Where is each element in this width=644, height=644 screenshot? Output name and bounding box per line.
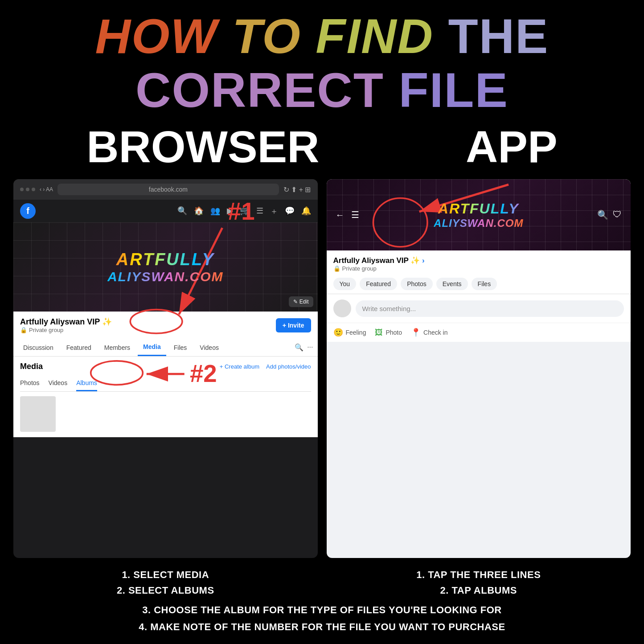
fb-edit-button[interactable]: ✎ Edit bbox=[289, 296, 313, 307]
app-subtitle: APP bbox=[466, 121, 558, 172]
fb-group-name: Artfully Aliyswan VIP ✨ bbox=[20, 317, 112, 327]
browser-subtitle: BROWSER bbox=[86, 121, 319, 172]
invite-button[interactable]: + Invite bbox=[276, 318, 311, 332]
subtitles-row: BROWSER APP bbox=[13, 121, 631, 172]
app-action-row: 🙂 Feeling 🖼 Photo 📍 Check in bbox=[327, 323, 631, 342]
browser-url[interactable]: facebook.com bbox=[57, 184, 279, 195]
page: HOW TO FIND THE CORRECT FILE BROWSER APP bbox=[0, 0, 644, 644]
fb-media-subtabs: Photos Videos Albums bbox=[20, 376, 311, 392]
app-tab-you[interactable]: You bbox=[333, 278, 357, 290]
app-instruction-1: 1. TAP THE THREE LINES bbox=[327, 567, 631, 582]
fb-media-header: Media + Create album Add photos/video bbox=[20, 362, 311, 371]
shared-instructions: 3. CHOOSE THE ALBUM FOR THE TYPE OF FILE… bbox=[13, 602, 631, 635]
plus-icon[interactable]: ＋ bbox=[270, 206, 278, 217]
fb-subtab-albums[interactable]: Albums bbox=[76, 376, 97, 391]
feeling-action[interactable]: 🙂 Feeling bbox=[333, 328, 366, 337]
app-tab-photos[interactable]: Photos bbox=[401, 278, 433, 290]
search-icon[interactable]: 🔍 bbox=[177, 206, 187, 217]
app-write-row: Write something... bbox=[327, 294, 631, 323]
title-to: TO bbox=[232, 8, 301, 63]
app-instructions: 1. TAP THE THREE LINES 2. TAP ALBUMS bbox=[327, 567, 631, 598]
feeling-icon: 🙂 bbox=[333, 328, 343, 337]
fb-tab-media[interactable]: Media bbox=[138, 339, 166, 356]
app-group-private: 🔒 Private group bbox=[333, 265, 624, 272]
facebook-icon: f bbox=[20, 203, 36, 219]
shield-app-icon[interactable]: 🛡 bbox=[613, 209, 622, 220]
app-header-image: ← ☰ ARTFULLY ALIYSWAN.COM 🔍 🛡 bbox=[327, 179, 631, 250]
search-tab-icon[interactable]: 🔍 bbox=[295, 343, 304, 352]
app-avatar bbox=[333, 299, 351, 317]
messenger-icon[interactable]: 💬 bbox=[285, 206, 295, 217]
store-icon[interactable]: 🛒 bbox=[240, 206, 250, 217]
fb-tab-featured[interactable]: Featured bbox=[61, 340, 97, 356]
play-icon[interactable]: ▶ bbox=[227, 206, 233, 217]
hamburger-icon[interactable]: ☰ bbox=[351, 209, 359, 220]
app-header-nav: ← ☰ bbox=[336, 209, 359, 220]
title-how: HOW bbox=[95, 8, 218, 63]
app-tab-events[interactable]: Events bbox=[436, 278, 468, 290]
app-instruction-2: 2. TAP ALBUMS bbox=[327, 582, 631, 598]
browser-screenshot: ‹ › AA facebook.com ↻ ⬆ + ⊞ f 🔍 🏠 👥 ▶ 🛒 … bbox=[13, 179, 318, 558]
browser-dots bbox=[20, 188, 35, 191]
app-tab-featured[interactable]: Featured bbox=[360, 278, 397, 290]
create-album-link[interactable]: + Create album bbox=[220, 363, 259, 370]
home-icon[interactable]: 🏠 bbox=[194, 206, 204, 217]
browser-dot-2 bbox=[26, 188, 29, 191]
fb-group-private: 🔒 Private group bbox=[20, 327, 112, 333]
browser-instruction-1: 1. SELECT MEDIA bbox=[13, 567, 318, 582]
menu-icon[interactable]: ☰ bbox=[256, 206, 263, 217]
checkin-action[interactable]: 📍 Check in bbox=[411, 328, 447, 337]
app-group-name: Artfully Aliyswan VIP ✨ › bbox=[333, 256, 624, 265]
fb-media-section: Media + Create album Add photos/video Ph… bbox=[13, 357, 318, 437]
fb-subtab-videos[interactable]: Videos bbox=[49, 376, 68, 391]
browser-bar: ‹ › AA facebook.com ↻ ⬆ + ⊞ bbox=[13, 179, 318, 200]
feeling-label: Feeling bbox=[346, 329, 366, 336]
main-title: HOW TO FIND THE CORRECT FILE bbox=[13, 9, 631, 117]
back-icon[interactable]: ← bbox=[336, 210, 345, 220]
instructions-row: 1. SELECT MEDIA 2. SELECT ALBUMS 1. TAP … bbox=[13, 567, 631, 598]
app-header-icons: 🔍 🛡 bbox=[597, 209, 622, 220]
search-app-icon[interactable]: 🔍 bbox=[597, 209, 608, 220]
title-correct: CORRECT bbox=[135, 62, 384, 117]
title-the: THE bbox=[448, 8, 549, 63]
app-write-input[interactable]: Write something... bbox=[356, 300, 624, 317]
fb-group-info: Artfully Aliyswan VIP ✨ 🔒 Private group … bbox=[13, 312, 318, 339]
lock-app-icon: 🔒 bbox=[333, 265, 340, 272]
fb-header-image: ARTFULLY ALIYSWAN.COM ✎ Edit bbox=[13, 222, 318, 312]
fb-subtab-photos[interactable]: Photos bbox=[20, 376, 40, 391]
browser-instructions: 1. SELECT MEDIA 2. SELECT ALBUMS bbox=[13, 567, 318, 598]
fb-tab-videos[interactable]: Videos bbox=[194, 340, 224, 356]
photo-icon: 🖼 bbox=[375, 328, 383, 337]
nav-icons: 🔍 🏠 👥 ▶ 🛒 ☰ ＋ 💬 🔔 bbox=[177, 206, 311, 217]
fb-tab-discussion[interactable]: Discussion bbox=[18, 340, 59, 356]
app-logo-line2: ALIYSWAN.COM bbox=[434, 217, 523, 230]
fb-logo-text: ARTFULLY ALIYSWAN.COM bbox=[107, 250, 224, 284]
screenshots-row: ‹ › AA facebook.com ↻ ⬆ + ⊞ f 🔍 🏠 👥 ▶ 🛒 … bbox=[13, 179, 631, 558]
photo-action[interactable]: 🖼 Photo bbox=[375, 328, 402, 337]
lock-icon: 🔒 bbox=[20, 327, 27, 333]
title-find: FIND bbox=[316, 8, 434, 63]
people-icon[interactable]: 👥 bbox=[210, 206, 220, 217]
checkin-label: Check in bbox=[423, 329, 447, 336]
title-file: FILE bbox=[399, 62, 509, 117]
more-tab-icon[interactable]: ··· bbox=[307, 343, 313, 352]
browser-dot-3 bbox=[32, 188, 35, 191]
app-tab-files[interactable]: Files bbox=[472, 278, 497, 290]
shared-instruction-3: 3. CHOOSE THE ALBUM FOR THE TYPE OF FILE… bbox=[13, 602, 631, 618]
browser-instruction-2: 2. SELECT ALBUMS bbox=[13, 582, 318, 598]
thumbnail-1 bbox=[20, 396, 56, 432]
fb-media-links: + Create album Add photos/video bbox=[220, 363, 311, 370]
fb-group-tabs: Discussion Featured Members Media Files … bbox=[13, 339, 318, 357]
add-photos-link[interactable]: Add photos/video bbox=[266, 363, 311, 370]
fb-tab-members[interactable]: Members bbox=[99, 340, 135, 356]
app-tabs-row: You Featured Photos Events Files bbox=[327, 274, 631, 294]
fb-tab-files[interactable]: Files bbox=[168, 340, 193, 356]
photo-label: Photo bbox=[386, 329, 402, 336]
bell-icon[interactable]: 🔔 bbox=[301, 206, 311, 217]
fb-media-title: Media bbox=[20, 362, 43, 371]
shared-instruction-4: 4. MAKE NOTE OF THE NUMBER FOR THE FILE … bbox=[13, 619, 631, 635]
browser-dot-1 bbox=[20, 188, 24, 191]
browser-nav: f 🔍 🏠 👥 ▶ 🛒 ☰ ＋ 💬 🔔 bbox=[13, 200, 318, 222]
app-logo-text: ARTFULLY ALIYSWAN.COM bbox=[434, 201, 523, 230]
browser-action-icons: ↻ ⬆ + ⊞ bbox=[283, 185, 311, 194]
